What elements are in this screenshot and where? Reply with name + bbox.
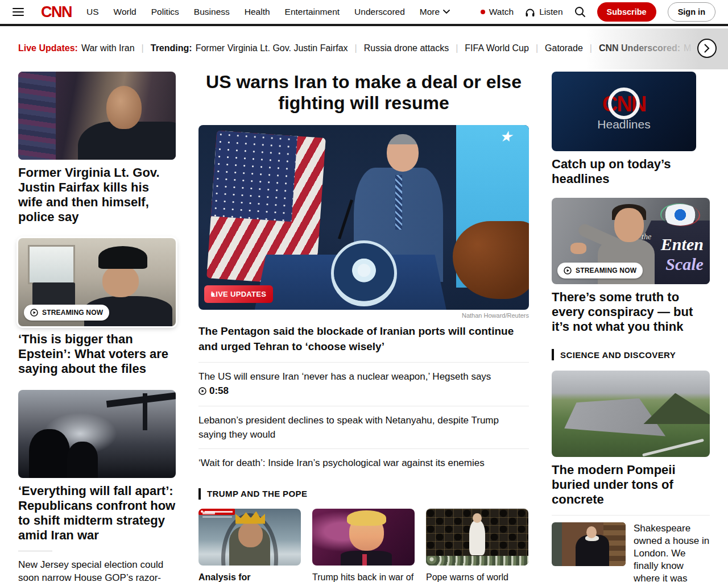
- headline-epstein[interactable]: ‘This is bigger than Epstein’: What vote…: [18, 332, 176, 376]
- card-image-pope[interactable]: [426, 509, 528, 566]
- story-image-shakespeare[interactable]: [552, 522, 626, 566]
- underscored-label: CNN Underscored:: [599, 43, 680, 53]
- nav-item-world[interactable]: World: [114, 7, 136, 17]
- tie-graphic: [395, 175, 402, 230]
- related-story[interactable]: ‘Wait for death’: Inside Iran’s psycholo…: [198, 449, 529, 477]
- lead-headline[interactable]: US warns Iran to make a deal or else fig…: [203, 72, 524, 114]
- nav-item-underscored[interactable]: Underscored: [354, 7, 405, 17]
- silhouette-graphic: [67, 442, 98, 478]
- flowers-graphic: [426, 556, 528, 566]
- streaming-now-badge: STREAMING NOW: [24, 305, 109, 321]
- card-title-analysis[interactable]: Analysis for Subscribers: From Rocky to …: [198, 571, 301, 582]
- road-graphic: [643, 439, 705, 457]
- top-nav-bar: CNN US World Politics Business Health En…: [0, 0, 728, 24]
- face-graphic: [586, 526, 597, 538]
- header-actions: Watch Listen Subscribe Sign in: [481, 2, 715, 22]
- play-circle-icon: [564, 267, 572, 275]
- story-image-headlines[interactable]: CNN Headlines: [552, 72, 696, 151]
- trending-item[interactable]: Former Virginia Lt. Gov. Justin Fairfax: [196, 43, 348, 53]
- nav-item-business[interactable]: Business: [194, 7, 230, 17]
- cap-graphic: [98, 246, 147, 269]
- face-graphic: [614, 208, 644, 242]
- card-image-trump[interactable]: [312, 509, 415, 566]
- subscribe-button[interactable]: Subscribe: [597, 2, 656, 22]
- watch-link[interactable]: Watch: [481, 7, 514, 17]
- card-title-trump[interactable]: Trump hits back in war of words against …: [312, 571, 415, 582]
- silhouette-graphic: [29, 429, 70, 478]
- trending-item[interactable]: Gatorade: [545, 43, 583, 53]
- story-image-fairfax[interactable]: [18, 72, 176, 160]
- related-story[interactable]: The US will ensure Iran ‘never has a nuc…: [198, 363, 529, 406]
- live-updates-link[interactable]: War with Iran: [81, 43, 135, 53]
- story-image-streaming[interactable]: STREAMING NOW: [18, 238, 176, 326]
- section-header-trump-pope[interactable]: TRUMP AND THE POPE: [198, 488, 529, 500]
- headline-catch-up[interactable]: Catch up on today’s headlines: [552, 157, 710, 186]
- menu-icon[interactable]: [13, 8, 24, 16]
- live-dot-icon: [211, 293, 214, 296]
- card-title-pope[interactable]: Pope warns of world ravaged by ‘tyrants’…: [426, 571, 528, 582]
- hand-graphic: [570, 243, 586, 254]
- chevron-down-icon: [443, 10, 450, 14]
- main-content: Former Virginia Lt. Gov. Justin Fairfax …: [0, 72, 728, 582]
- window-graphic: [28, 245, 75, 284]
- pope-figure-graphic: [469, 520, 486, 555]
- curtain-graphic: [18, 72, 56, 160]
- watermark-graphic: [202, 512, 215, 514]
- mini-story[interactable]: Shakespeare owned a house in London. We …: [552, 522, 710, 582]
- headlines-wordmark: Headlines: [597, 118, 650, 131]
- search-icon: [574, 6, 586, 18]
- center-column: US warns Iran to make a deal or else fig…: [198, 72, 529, 582]
- section-bar: [198, 488, 201, 500]
- caption-graphic: [202, 516, 232, 518]
- tie-graphic: [362, 554, 367, 566]
- eye-graphic: [661, 204, 699, 226]
- star-graphic: ★: [499, 129, 512, 144]
- headline-republicans[interactable]: ‘Everything will fall apart’: Republican…: [18, 484, 176, 543]
- headphones-icon: [525, 7, 535, 17]
- headline-new-jersey[interactable]: New Jersey special election could soon n…: [18, 558, 176, 582]
- nav-more-menu[interactable]: More: [420, 7, 450, 17]
- headline-conspiracy[interactable]: There’s some truth to every conspiracy —…: [552, 290, 710, 334]
- headline-shakespeare[interactable]: Shakespeare owned a house in London. We …: [634, 522, 710, 582]
- nav-item-politics[interactable]: Politics: [151, 7, 179, 17]
- trending-next-button[interactable]: [697, 39, 717, 58]
- face-graphic: [238, 522, 263, 547]
- headline-pompeii[interactable]: The modern Pompeii buried under tons of …: [552, 463, 710, 507]
- nav-item-entertainment[interactable]: Entertainment: [285, 7, 340, 17]
- nav-item-health[interactable]: Health: [245, 7, 270, 17]
- show-title-enten: Enten: [661, 236, 704, 253]
- story-card: Pope warns of world ravaged by ‘tyrants’…: [426, 509, 528, 582]
- search-button[interactable]: [574, 6, 586, 18]
- primary-nav: US World Politics Business Health Entert…: [86, 7, 405, 17]
- flag-canton-graphic: [211, 131, 297, 222]
- face-graphic: [473, 513, 482, 523]
- lead-subheadline[interactable]: The Pentagon said the blockade of Irania…: [198, 323, 529, 354]
- face-graphic: [102, 265, 139, 297]
- story-image-iran-war[interactable]: [18, 390, 176, 478]
- section-header-science[interactable]: SCIENCE AND DISCOVERY: [552, 349, 710, 360]
- microphone-graphic: [338, 199, 353, 239]
- related-story[interactable]: Lebanon’s president declines to speak wi…: [198, 406, 529, 448]
- lead-image-hegseth[interactable]: ★ LIVE UPDATES: [198, 125, 529, 310]
- trending-label: Trending:: [151, 43, 192, 53]
- story-image-pompeii[interactable]: [552, 371, 710, 457]
- streaming-now-badge: STREAMING NOW: [557, 263, 643, 278]
- department-seal-graphic: [331, 240, 397, 306]
- live-dot-icon: [481, 10, 485, 14]
- play-circle-icon: [198, 387, 206, 395]
- nav-item-us[interactable]: US: [86, 7, 99, 17]
- trending-item[interactable]: Russia drone attacks: [364, 43, 449, 53]
- right-column: CNN Headlines Catch up on today’s headli…: [552, 72, 710, 582]
- beam-graphic: [106, 392, 176, 408]
- trending-item[interactable]: FIFA World Cup: [465, 43, 529, 53]
- video-duration: 0:58: [198, 384, 229, 398]
- cnn-logo[interactable]: CNN: [41, 3, 72, 21]
- underscored-item[interactable]: M: [684, 43, 691, 53]
- listen-link[interactable]: Listen: [525, 7, 562, 17]
- show-title-scale: Scale: [665, 256, 704, 273]
- story-image-enten[interactable]: the Enten Scale STREAMING NOW: [552, 198, 710, 284]
- card-image-analysis[interactable]: [198, 509, 301, 566]
- story-card: Analysis for Subscribers: From Rocky to …: [198, 509, 301, 582]
- headline-fairfax[interactable]: Former Virginia Lt. Gov. Justin Fairfax …: [18, 165, 176, 225]
- sign-in-button[interactable]: Sign in: [668, 2, 715, 22]
